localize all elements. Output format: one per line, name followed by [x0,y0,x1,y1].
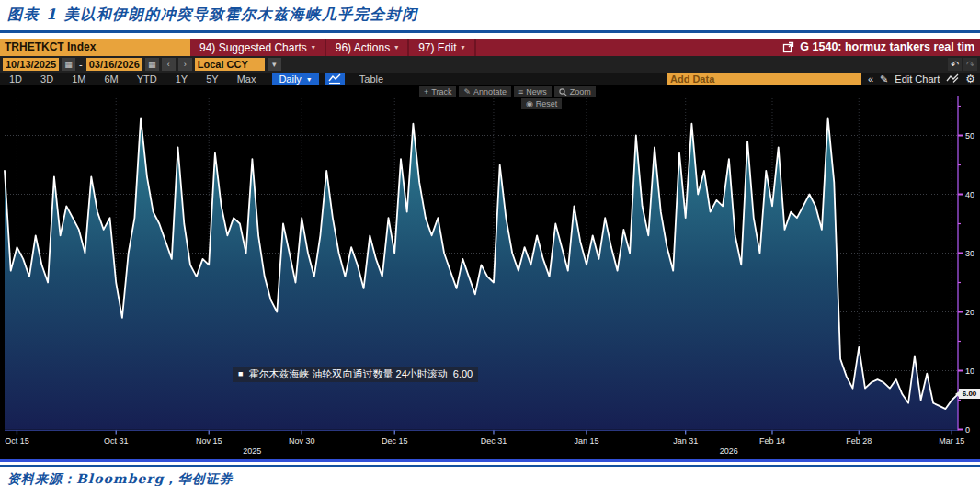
line-chart-icon [328,73,341,85]
screenshot-root: 图表 1 美以和伊朗的冲突导致霍尔木兹海峡几乎完全封闭 TRHETKCT Ind… [0,0,980,497]
series-marker-icon: ■ [238,367,243,382]
magnifier-icon [559,88,567,96]
news-button[interactable]: ≡ News [514,86,552,97]
toolbar-spacer [476,39,783,56]
security-toolbar: TRHETKCT Index 94) Suggested Charts ▾ 96… [0,39,980,56]
page-title: 图表 1 美以和伊朗的冲突导致霍尔木兹海峡几乎完全封闭 [7,6,418,25]
track-label: Track [431,87,451,96]
news-icon: ≡ [518,87,523,96]
svg-text:Feb 28: Feb 28 [846,436,872,446]
reset-label: Reset [536,99,558,108]
period-5y[interactable]: 5Y [197,73,227,85]
currency-select[interactable]: Local CCY [195,58,265,71]
frequency-label: Daily [279,73,301,85]
pencil-icon[interactable]: ✎ [880,73,888,85]
chevron-down-icon: ▾ [394,43,398,51]
period-ytd[interactable]: YTD [128,73,166,85]
date-range-separator: - [78,59,84,70]
collapse-button[interactable]: « [868,73,873,85]
chevron-down-icon: ▾ [462,43,465,51]
bloomberg-chart-panel: TRHETKCT Index 94) Suggested Charts ▾ 96… [0,39,980,462]
redo-button[interactable]: ↷ [963,58,977,71]
period-6m[interactable]: 6M [95,73,127,85]
zoom-button[interactable]: Zoom [554,86,596,97]
svg-text:Jan 15: Jan 15 [574,436,598,446]
period-1m[interactable]: 1M [63,73,95,85]
date-toolbar: 10/13/2025 ▦ - 03/16/2026 ▦ ‹ › Local CC… [0,56,980,73]
chevron-down-icon: ▼ [306,76,313,83]
svg-text:Feb 14: Feb 14 [759,436,785,446]
prev-range-button[interactable]: ‹ [162,58,176,71]
reset-button[interactable]: ◉ Reset [521,98,562,109]
undo-button[interactable]: ↶ [948,58,962,71]
svg-text:Oct 15: Oct 15 [5,436,29,446]
start-date-input[interactable]: 10/13/2025 [3,58,59,71]
menu-edit[interactable]: 97) Edit ▾ [409,39,475,56]
track-button[interactable]: + Track [419,86,456,97]
menu-actions[interactable]: 96) Actions ▾ [326,39,409,56]
plus-icon: + [424,87,428,96]
frequency-select[interactable]: Daily ▼ [272,73,318,85]
menu-suggested-charts[interactable]: 94) Suggested Charts ▾ [190,39,326,56]
add-data-input[interactable]: Add Data [667,73,861,85]
period-1y[interactable]: 1Y [166,73,197,85]
undo-redo-group: ↶ ↷ [948,58,980,71]
svg-text:30: 30 [965,249,974,258]
svg-text:10: 10 [965,367,974,376]
period-3d[interactable]: 3D [31,73,63,85]
svg-text:Nov 30: Nov 30 [289,436,315,446]
chart-tools: + Track ✎ Annotate ≡ News Zoom [419,86,596,97]
annotate-button[interactable]: ✎ Annotate [459,86,511,97]
svg-text:Mar 15: Mar 15 [939,436,964,446]
svg-text:20: 20 [965,308,974,317]
calendar-icon[interactable]: ▦ [62,58,75,71]
svg-text:50: 50 [965,131,974,141]
next-range-button[interactable]: › [178,58,192,71]
pencil-icon: ✎ [463,87,471,96]
reset-icon: ◉ [526,99,533,108]
edit-chart-panel-icon[interactable] [946,73,959,85]
ticker-input[interactable]: TRHETKCT Index [0,39,190,56]
edit-chart-button[interactable]: Edit Chart [895,73,940,85]
series-label: 霍尔木兹海峡 油轮双向通过数量 24小时滚动 [248,367,447,382]
svg-text:0: 0 [965,425,970,435]
calendar-icon[interactable]: ▦ [145,58,159,71]
chart-program-title: G 1540: hormuz tankers real tim [800,39,980,56]
period-toolbar: 1D 3D 1M 6M YTD 1Y 5Y Max Daily ▼ Table … [0,73,980,85]
source-divider [0,465,980,467]
last-value-badge: 6.00 [959,389,980,399]
period-max[interactable]: Max [228,73,266,85]
zoom-label: Zoom [570,87,591,96]
edit-cluster: Add Data « ✎ Edit Chart ⚙ [667,73,980,85]
svg-text:2025: 2025 [243,446,261,456]
svg-text:Oct 31: Oct 31 [104,436,129,446]
chevron-down-icon: ▾ [312,43,315,51]
panel-bottom-border [0,459,980,462]
menu-edit-label: 97) Edit [418,41,456,54]
line-chart-type-button[interactable] [325,73,345,85]
table-button[interactable]: Table [345,73,398,85]
svg-text:Dec 15: Dec 15 [382,436,408,446]
svg-text:Nov 15: Nov 15 [196,436,222,446]
source-note: 资料来源：Bloomberg，华创证券 [7,471,234,488]
currency-dropdown-icon[interactable]: ▾ [268,58,281,71]
period-1d[interactable]: 1D [0,73,31,85]
svg-text:Jan 31: Jan 31 [673,436,698,446]
menu-actions-label: 96) Actions [336,41,390,54]
end-date-input[interactable]: 03/16/2026 [86,58,142,71]
news-label: News [526,87,547,96]
series-legend[interactable]: ■ 霍尔木兹海峡 油轮双向通过数量 24小时滚动 6.00 [233,367,478,382]
title-divider [0,30,980,33]
export-icon[interactable] [782,39,794,56]
series-last-value: 6.00 [453,367,473,382]
svg-text:40: 40 [965,190,974,199]
menu-suggested-charts-label: 94) Suggested Charts [199,41,307,54]
svg-text:2026: 2026 [720,446,738,456]
annotate-label: Annotate [473,87,507,96]
chart-plot[interactable]: 01020304050Oct 15Oct 31Nov 15Nov 30Dec 1… [0,85,980,462]
svg-text:Dec 31: Dec 31 [481,436,507,446]
gear-icon[interactable]: ⚙ [965,73,975,85]
